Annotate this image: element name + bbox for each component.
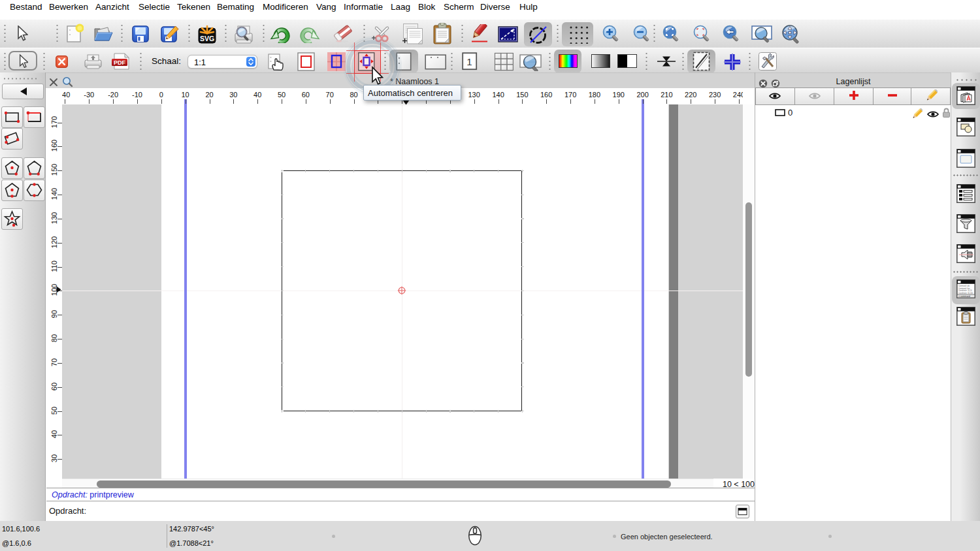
svg-text:PDF: PDF [114,59,126,66]
svg-text:Command: line: Command: line [958,287,970,290]
svg-text:1: 1 [466,56,472,67]
svg-text:> command: > command [958,295,970,298]
svg-text:Coordinate: 50,100: Coordinate: 50,100 [958,292,973,294]
svg-text:Command: abc: Command: abc [958,285,970,287]
svg-text:Coordinate: 10,10: Coordinate: 10,10 [958,289,972,292]
svg-text:SVG: SVG [200,35,214,42]
